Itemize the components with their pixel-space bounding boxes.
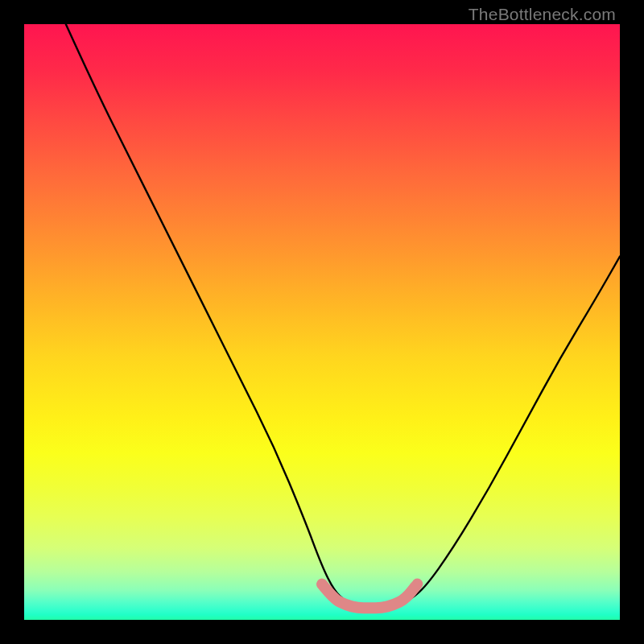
watermark-text: TheBottleneck.com — [469, 5, 616, 24]
highlight-curve — [322, 584, 417, 609]
curves-svg — [24, 24, 620, 620]
chart-container: TheBottleneck.com — [0, 0, 644, 644]
main-curve — [66, 24, 620, 608]
plot-area — [24, 24, 620, 620]
